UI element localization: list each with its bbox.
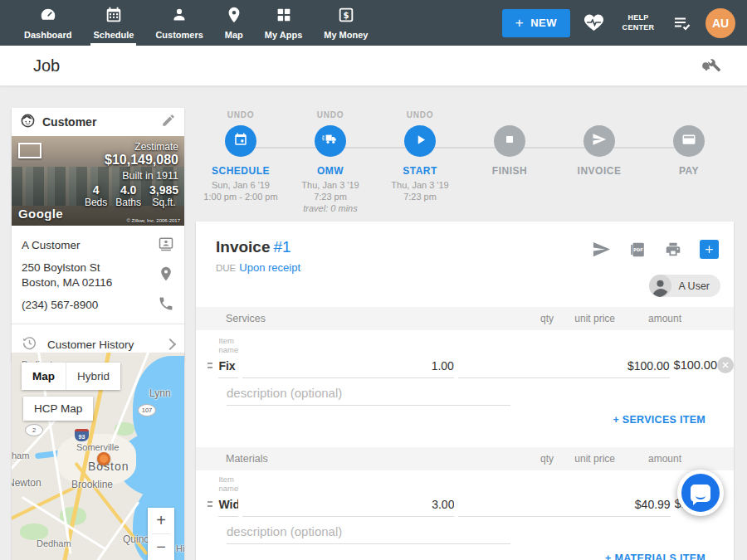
map-type-hybrid-button[interactable]: Hybrid [66, 363, 120, 390]
city-label-somerville: Somerville [76, 442, 119, 452]
location-pin-icon[interactable] [158, 265, 174, 285]
heart-pulse-icon[interactable] [583, 12, 604, 33]
chat-bubble-button[interactable] [677, 470, 724, 516]
zoom-out-button[interactable]: − [148, 534, 174, 560]
service-item-name-input[interactable] [218, 358, 238, 378]
nav-dashboard[interactable]: Dashboard [13, 0, 82, 46]
nav-my-money[interactable]: $ My Money [313, 0, 378, 46]
customer-history-label: Customer History [47, 338, 134, 351]
timeline-step-omw: UNDO OMW Thu, Jan 3 '197:23 pmtravel: 0 … [286, 110, 375, 214]
material-name-field: Item name [218, 475, 238, 517]
invoice-title-text: Invoice [216, 238, 270, 256]
undo-schedule-button[interactable]: UNDO [227, 110, 255, 124]
user-avatar[interactable]: AU [706, 8, 735, 38]
property-photo: Zestimate $10,149,080 Built in 1911 4 Be… [12, 136, 184, 226]
customer-card-header: Customer [12, 108, 184, 136]
service-unit-price-input[interactable] [458, 358, 670, 378]
job-settings-icon[interactable] [702, 54, 722, 77]
phone-icon[interactable] [158, 295, 174, 315]
finish-step-label: FINISH [492, 165, 527, 177]
send-invoice-icon[interactable] [592, 240, 611, 259]
new-button[interactable]: + NEW [502, 9, 570, 37]
drag-handle-icon[interactable] [208, 499, 212, 509]
city-label-hingham-partial: Hi [176, 543, 184, 553]
nav-schedule[interactable]: Schedule [82, 0, 144, 46]
customer-card-title: Customer [42, 115, 96, 129]
stop-icon [503, 133, 516, 149]
materials-section-label: Materials [226, 453, 493, 465]
schedule-step-button[interactable] [225, 125, 256, 157]
send-icon [592, 132, 607, 150]
finish-step-button[interactable] [494, 125, 525, 157]
route-shield-2: 2 [25, 424, 43, 436]
material-description-input[interactable] [227, 523, 510, 544]
invoice-number: #1 [273, 238, 290, 256]
add-materials-item-link[interactable]: + MATERIALS ITEM [605, 553, 706, 560]
due-value-link[interactable]: Upon receipt [239, 261, 300, 274]
omw-step-button[interactable] [315, 125, 346, 157]
omw-date: Thu, Jan 3 '19 [301, 180, 359, 190]
edit-pencil-icon[interactable] [161, 113, 176, 131]
amount-header: amount [619, 313, 681, 324]
start-step-button[interactable] [404, 125, 436, 157]
material-unit-price-input[interactable] [458, 496, 670, 517]
list-check-icon[interactable] [672, 13, 692, 33]
invoice-due: DUEUpon receipt [216, 261, 300, 274]
undo-omw-button[interactable]: UNDO [317, 110, 344, 124]
remove-service-item-icon[interactable] [717, 357, 734, 373]
timeline-step-pay: PAY [644, 110, 734, 214]
add-services-item-link[interactable]: + SERVICES ITEM [613, 414, 706, 426]
map-widget[interactable]: 107 2 93 Burlington Lynn Somerville ham … [12, 353, 184, 560]
contact-card-icon[interactable] [158, 236, 174, 256]
services-section-label: Services [226, 313, 493, 324]
services-header-band: Services qty unit price amount [196, 307, 734, 330]
zillow-copyright: © Zillow, Inc. 2006-2017 [127, 218, 180, 223]
divider [12, 324, 184, 324]
page-title: Job [33, 56, 60, 75]
assigned-user-chip[interactable]: A User [649, 275, 720, 297]
drag-handle-icon[interactable] [208, 360, 212, 371]
invoice-step-button[interactable] [583, 125, 615, 157]
interstate-shield-93: 93 [75, 429, 89, 441]
play-icon [413, 132, 428, 151]
credit-card-icon-button[interactable] [673, 125, 705, 157]
material-qty-input[interactable] [242, 496, 454, 517]
undo-start-button[interactable]: UNDO [407, 110, 434, 124]
customers-icon [170, 6, 188, 27]
invoice-step-label: INVOICE [578, 165, 622, 177]
help-center-link[interactable]: HELP CENTER [618, 13, 659, 32]
grid-icon [275, 6, 293, 27]
service-qty-input[interactable] [242, 358, 454, 378]
start-date: Thu, Jan 3 '19 [391, 180, 448, 190]
chat-icon [691, 485, 710, 502]
zestimate-value: $10,149,080 [105, 153, 178, 168]
stat-sqft: 3,985 Sq.ft. [149, 184, 178, 208]
nav-customers[interactable]: Customers [144, 0, 213, 46]
nav-map[interactable]: Map [214, 0, 254, 46]
stat-beds: 4 Beds [85, 184, 107, 208]
materials-header-band: Materials qty unit price amount [196, 447, 734, 470]
top-navbar: Dashboard Schedule Customers Map My Apps… [0, 0, 747, 46]
nav-my-apps[interactable]: My Apps [254, 0, 313, 46]
baths-value: 4.0 [115, 184, 141, 197]
invoice-actions: PDF [592, 240, 719, 259]
material-item-name-input[interactable] [218, 496, 238, 517]
print-icon[interactable] [664, 241, 682, 259]
unit-price-header: unit price [558, 453, 615, 465]
customer-phone-row: (234) 567-8900 [22, 290, 174, 320]
hcp-map-button[interactable]: HCP Map [23, 397, 93, 421]
add-invoice-button[interactable] [700, 240, 719, 259]
omw-step-label: OMW [317, 165, 344, 177]
map-type-map-button[interactable]: Map [22, 363, 66, 390]
svg-text:PDF: PDF [633, 246, 643, 251]
pdf-icon[interactable]: PDF [628, 241, 647, 259]
nav-dashboard-label: Dashboard [24, 30, 71, 40]
route-shield-107: 107 [138, 404, 156, 416]
beds-value: 4 [85, 184, 107, 197]
nav-my-apps-label: My Apps [265, 30, 302, 40]
zoom-in-button[interactable]: + [148, 508, 174, 533]
service-description-input[interactable] [227, 384, 510, 406]
nav-customers-label: Customers [155, 30, 203, 40]
chevron-right-icon [164, 338, 176, 350]
city-label-brookline: Brookline [71, 479, 113, 490]
